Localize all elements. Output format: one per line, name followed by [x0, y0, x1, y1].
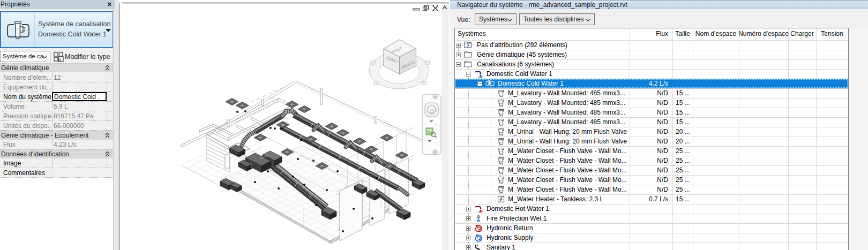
svg-text:?: ?	[466, 43, 469, 49]
